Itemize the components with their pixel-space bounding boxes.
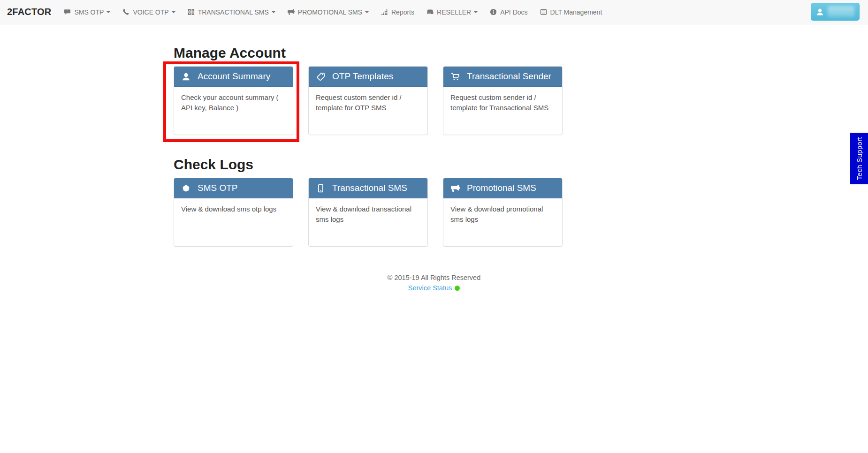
card-row: SMS OTPView & download sms otp logsTrans… bbox=[174, 178, 694, 247]
qrcode-icon bbox=[188, 8, 195, 15]
card-promotional-sms-logs[interactable]: Promotional SMSView & download promotion… bbox=[443, 178, 563, 247]
caret-down-icon bbox=[172, 11, 175, 13]
card-title: SMS OTP bbox=[198, 183, 238, 193]
nav-item-reseller[interactable]: RESELLER bbox=[420, 0, 484, 24]
main-content: Manage AccountAccount SummaryCheck your … bbox=[160, 45, 708, 247]
nav-item-label: Reports bbox=[391, 8, 414, 16]
nav-item-label: DLT Management bbox=[550, 8, 602, 16]
brand-logo[interactable]: 2FACTOR bbox=[7, 7, 51, 17]
caret-down-icon bbox=[272, 11, 275, 13]
cart-icon bbox=[451, 72, 460, 81]
list-icon bbox=[540, 8, 547, 15]
card-row: Account SummaryCheck your account summar… bbox=[174, 66, 694, 135]
bar-chart-icon bbox=[381, 8, 388, 15]
nav-item-sms-otp[interactable]: SMS OTP bbox=[58, 0, 116, 24]
burst-icon bbox=[182, 184, 190, 193]
card-description: View & download transactional sms logs bbox=[309, 198, 427, 230]
card-description: Request custom sender id / template for … bbox=[443, 87, 562, 119]
card-title: Transactional SMS bbox=[332, 183, 407, 193]
card-description: View & download sms otp logs bbox=[174, 198, 293, 220]
status-green-dot bbox=[455, 286, 460, 291]
megaphone-icon bbox=[288, 8, 295, 15]
nav-item-label: PROMOTIONAL SMS bbox=[298, 8, 362, 16]
footer: © 2015-19 All Rights Reserved Service St… bbox=[0, 274, 868, 292]
card-description: Request custom sender id / template for … bbox=[309, 87, 427, 119]
nav-item-promotional-sms[interactable]: PROMOTIONAL SMS bbox=[282, 0, 375, 24]
card-title: Transactional Sender bbox=[467, 71, 551, 82]
phone-icon bbox=[122, 8, 129, 15]
nav-item-dlt-management[interactable]: DLT Management bbox=[534, 0, 609, 24]
hdd-icon bbox=[426, 8, 434, 15]
top-navbar: 2FACTOR SMS OTPVOICE OTPTRANSACTIONAL SM… bbox=[0, 0, 868, 24]
card-header: OTP Templates bbox=[309, 67, 427, 87]
section-title: Manage Account bbox=[174, 45, 694, 60]
nav-item-api-docs[interactable]: API Docs bbox=[484, 0, 533, 24]
section-manage-account: Manage AccountAccount SummaryCheck your … bbox=[174, 45, 694, 135]
user-icon bbox=[182, 72, 190, 81]
card-header: Transactional Sender bbox=[443, 67, 562, 87]
card-description: View & download promotional sms logs bbox=[443, 198, 562, 230]
nav-item-label: TRANSACTIONAL SMS bbox=[198, 8, 269, 16]
user-icon bbox=[816, 8, 824, 16]
card-description: Check your account summary ( API key, Ba… bbox=[174, 87, 293, 119]
caret-down-icon bbox=[107, 11, 110, 13]
tech-support-label: Tech Support bbox=[855, 137, 863, 180]
card-title: Promotional SMS bbox=[467, 183, 536, 193]
card-header: Transactional SMS bbox=[309, 178, 427, 198]
user-account-button[interactable] bbox=[811, 3, 860, 21]
nav-item-transactional-sms[interactable]: TRANSACTIONAL SMS bbox=[182, 0, 282, 24]
section-title: Check Logs bbox=[174, 157, 694, 172]
caret-down-icon bbox=[365, 11, 369, 13]
nav-item-label: VOICE OTP bbox=[133, 8, 168, 16]
tech-support-tab[interactable]: Tech Support bbox=[850, 133, 868, 184]
comment-icon bbox=[64, 8, 71, 15]
tags-icon bbox=[316, 72, 325, 81]
caret-down-icon bbox=[474, 11, 478, 13]
nav-item-label: API Docs bbox=[500, 8, 527, 16]
card-transactional-sender[interactable]: Transactional SenderRequest custom sende… bbox=[443, 66, 563, 135]
service-status-link[interactable]: Service Status bbox=[408, 284, 452, 292]
nav-item-reports[interactable]: Reports bbox=[375, 0, 420, 24]
nav-item-voice-otp[interactable]: VOICE OTP bbox=[116, 0, 181, 24]
nav-menu: SMS OTPVOICE OTPTRANSACTIONAL SMSPROMOTI… bbox=[58, 0, 608, 24]
card-otp-templates[interactable]: OTP TemplatesRequest custom sender id / … bbox=[308, 66, 428, 135]
info-circle-icon bbox=[490, 8, 497, 15]
section-check-logs: Check LogsSMS OTPView & download sms otp… bbox=[174, 157, 694, 247]
card-header: Account Summary bbox=[174, 67, 293, 87]
card-title: OTP Templates bbox=[332, 71, 393, 82]
card-sms-otp-logs[interactable]: SMS OTPView & download sms otp logs bbox=[174, 178, 293, 247]
nav-item-label: RESELLER bbox=[437, 8, 471, 16]
nav-item-label: SMS OTP bbox=[74, 8, 104, 16]
megaphone-icon bbox=[451, 184, 460, 193]
card-header: Promotional SMS bbox=[443, 178, 562, 198]
card-transactional-sms-logs[interactable]: Transactional SMSView & download transac… bbox=[308, 178, 428, 247]
card-account-summary[interactable]: Account SummaryCheck your account summar… bbox=[174, 66, 293, 135]
mobile-icon bbox=[316, 184, 325, 193]
card-title: Account Summary bbox=[198, 71, 270, 82]
copyright-text: © 2015-19 All Rights Reserved bbox=[0, 274, 868, 281]
redacted-username bbox=[828, 6, 854, 17]
card-header: SMS OTP bbox=[174, 178, 293, 198]
